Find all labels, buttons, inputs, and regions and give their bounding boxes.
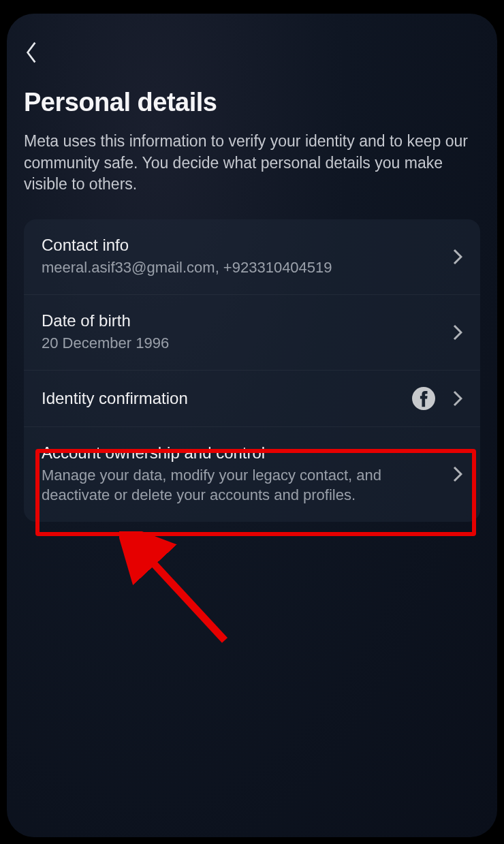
facebook-icon <box>412 387 435 410</box>
row-subtitle: 20 December 1996 <box>42 333 447 354</box>
row-text: Contact info meeral.asif33@gmail.com, +9… <box>42 236 447 278</box>
back-button[interactable] <box>24 37 54 67</box>
row-text: Account ownership and control Manage you… <box>42 443 447 505</box>
row-title: Contact info <box>42 236 447 255</box>
chevron-right-icon <box>453 324 462 341</box>
chevron-right-icon <box>453 466 462 482</box>
row-identity-confirmation[interactable]: Identity confirmation <box>24 371 480 427</box>
row-text: Identity confirmation <box>42 389 412 408</box>
row-title: Identity confirmation <box>42 389 412 408</box>
chevron-right-icon <box>453 249 462 265</box>
chevron-right-icon <box>453 390 462 407</box>
row-subtitle: Manage your data, modify your legacy con… <box>42 465 447 505</box>
row-account-ownership[interactable]: Account ownership and control Manage you… <box>24 427 480 522</box>
screen: Personal details Meta uses this informat… <box>7 14 497 837</box>
row-contact-info[interactable]: Contact info meeral.asif33@gmail.com, +9… <box>24 219 480 295</box>
row-text: Date of birth 20 December 1996 <box>42 311 447 354</box>
row-title: Date of birth <box>42 311 447 330</box>
chevron-left-icon <box>24 40 39 65</box>
row-date-of-birth[interactable]: Date of birth 20 December 1996 <box>24 295 480 371</box>
phone-frame: Personal details Meta uses this informat… <box>0 0 504 844</box>
settings-card: Contact info meeral.asif33@gmail.com, +9… <box>24 219 480 522</box>
page-description: Meta uses this information to verify you… <box>24 131 480 196</box>
row-subtitle: meeral.asif33@gmail.com, +923310404519 <box>42 257 447 278</box>
page-title: Personal details <box>24 88 480 117</box>
row-title: Account ownership and control <box>42 443 447 463</box>
